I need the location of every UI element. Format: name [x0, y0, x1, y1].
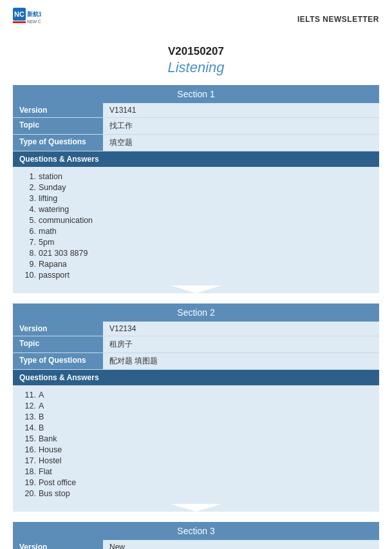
answer-number: 18.	[22, 467, 36, 476]
main-content: V20150207 Listening Section 1VersionV131…	[0, 45, 392, 549]
answer-number: 9.	[22, 260, 36, 269]
qa-header-2: Questions & Answers	[13, 370, 379, 385]
list-item: 19.Post office	[22, 477, 370, 488]
answer-text: communication	[39, 216, 93, 225]
version-row-2: VersionV12134	[13, 322, 379, 336]
logo-icon: NC 新航道 NEW CHANNEL	[13, 8, 41, 31]
list-item: 7.5pm	[22, 236, 370, 247]
answer-number: 11.	[22, 390, 36, 400]
qa-list-2: 11.A12.A13.B14.B15.Bank16.House17.Hostel…	[22, 389, 370, 499]
fold-shape-icon	[171, 285, 222, 293]
answer-text: A	[39, 401, 44, 410]
version-row-1: VersionV13141	[13, 103, 379, 118]
list-item: 15.Bank	[22, 433, 370, 444]
page-header: NC 新航道 NEW CHANNEL IELTS NEWSLETTER	[0, 0, 392, 36]
list-item: 18.Flat	[22, 466, 370, 477]
version-row-3-value: New	[103, 540, 379, 549]
answer-text: House	[39, 445, 62, 454]
answer-text: Hostel	[39, 456, 61, 465]
version-row-2-label: Version	[13, 322, 103, 336]
list-item: 4.watering	[22, 204, 370, 215]
answer-number: 19.	[22, 478, 36, 487]
type-row-2-label: Type of Questions	[13, 353, 103, 369]
type-row-1-label: Type of Questions	[13, 135, 103, 151]
list-item: 20.Bus stop	[22, 488, 370, 499]
section-block-2: Section 2VersionV12134Topic租房子Type of Qu…	[13, 303, 379, 512]
svg-text:新航道: 新航道	[27, 10, 41, 17]
list-item: 9.Rapana	[22, 258, 370, 269]
answer-text: station	[39, 172, 62, 181]
answer-number: 7.	[22, 238, 36, 247]
list-item: 11.A	[22, 389, 370, 400]
section-block-3: Section 3VersionNewTopic目击者调查讨论Type of Q…	[13, 522, 379, 549]
list-item: 14.B	[22, 422, 370, 433]
list-item: 13.B	[22, 411, 370, 422]
answer-text: Sunday	[39, 183, 66, 192]
answer-text: passport	[39, 271, 70, 280]
answer-number: 16.	[22, 445, 36, 454]
qa-list-1: 1.station2.Sunday3.lifting4.watering5.co…	[22, 171, 370, 280]
topic-row-1-label: Topic	[13, 118, 103, 134]
topic-row-2-value: 租房子	[103, 336, 379, 352]
answer-text: watering	[39, 205, 69, 214]
list-item: 17.Hostel	[22, 455, 370, 466]
answer-number: 2.	[22, 183, 36, 192]
answer-text: Rapana	[39, 260, 67, 269]
answer-text: 021 303 8879	[39, 249, 88, 258]
qa-body-2: 11.A12.A13.B14.B15.Bank16.House17.Hostel…	[13, 385, 379, 504]
answer-number: 10.	[22, 271, 36, 280]
qa-header-1: Questions & Answers	[13, 151, 379, 167]
section-block-1: Section 1VersionV13141Topic找工作Type of Qu…	[13, 85, 379, 293]
section-3-header: Section 3	[13, 522, 379, 540]
answer-number: 8.	[22, 249, 36, 258]
answer-number: 17.	[22, 456, 36, 465]
type-row-1: Type of Questions填空题	[13, 135, 379, 151]
list-item: 6.math	[22, 226, 370, 236]
answer-number: 4.	[22, 205, 36, 214]
version-row-1-label: Version	[13, 103, 103, 117]
answer-number: 15.	[22, 434, 36, 443]
answer-text: lifting	[39, 194, 57, 203]
answer-number: 5.	[22, 216, 36, 225]
topic-row-1: Topic找工作	[13, 118, 379, 135]
type-row-1-value: 填空题	[103, 135, 379, 151]
answer-number: 6.	[22, 227, 36, 236]
answer-text: Post office	[39, 478, 76, 487]
answer-text: 5pm	[39, 238, 54, 247]
answer-text: B	[39, 412, 44, 421]
answer-number: 1.	[22, 172, 36, 181]
version-row-1-value: V13141	[103, 103, 379, 117]
list-item: 8.021 303 8879	[22, 247, 370, 258]
answer-text: B	[39, 423, 44, 432]
list-item: 3.lifting	[22, 193, 370, 204]
list-item: 2.Sunday	[22, 182, 370, 193]
list-item: 10.passport	[22, 269, 370, 280]
type-row-2-value: 配对题 填图题	[103, 353, 379, 369]
list-item: 12.A	[22, 400, 370, 411]
answer-text: Bus stop	[39, 489, 70, 498]
answer-text: Bank	[39, 434, 57, 443]
topic-row-2-label: Topic	[13, 336, 103, 352]
version-row-2-value: V12134	[103, 322, 379, 336]
svg-text:NEW CHANNEL: NEW CHANNEL	[27, 19, 41, 24]
answer-number: 12.	[22, 401, 36, 410]
document-subtitle: Listening	[13, 59, 379, 76]
section-2-header: Section 2	[13, 303, 379, 322]
answer-text: math	[39, 227, 57, 236]
header-title: IELTS NEWSLETTER	[297, 15, 379, 24]
list-item: 1.station	[22, 171, 370, 182]
answer-text: Flat	[39, 467, 52, 476]
version-row-3-label: Version	[13, 540, 103, 549]
answer-text: A	[39, 390, 44, 400]
section-fold-2	[13, 504, 379, 512]
answer-number: 3.	[22, 194, 36, 203]
document-version: V20150207	[13, 45, 379, 58]
version-row-3: VersionNew	[13, 540, 379, 549]
section-1-header: Section 1	[13, 85, 379, 103]
svg-rect-2	[13, 21, 26, 23]
sections-container: Section 1VersionV13141Topic找工作Type of Qu…	[13, 85, 379, 549]
fold-shape-icon	[171, 504, 222, 512]
logo-area: NC 新航道 NEW CHANNEL	[13, 8, 41, 31]
qa-body-1: 1.station2.Sunday3.lifting4.watering5.co…	[13, 167, 379, 285]
answer-number: 20.	[22, 489, 36, 498]
